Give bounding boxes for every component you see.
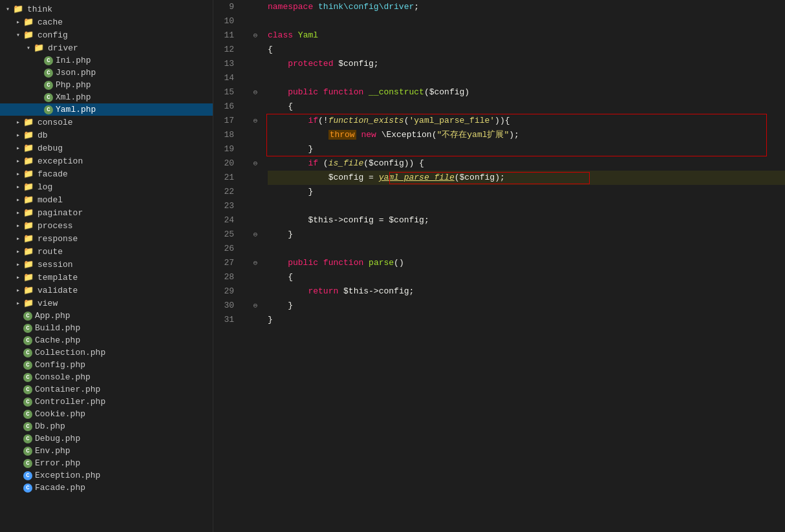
tree-item-paginator[interactable]: 📁 paginator	[0, 206, 213, 219]
tree-item-container-php[interactable]: C Container.php	[0, 383, 213, 396]
folder-icon-paginator: 📁	[23, 207, 35, 218]
code-line-28: {	[268, 270, 785, 284]
gm-17: ⊖	[246, 114, 265, 128]
ln-29: 29	[213, 284, 239, 299]
tree-item-db[interactable]: 📁 db	[0, 129, 213, 142]
tree-arrow-driver	[23, 44, 34, 52]
tree-item-validate[interactable]: 📁 validate	[0, 284, 213, 297]
tree-label-php-php: Php.php	[56, 80, 91, 90]
php-icon-db-php: C	[23, 422, 32, 431]
tree-label-json-php: Json.php	[56, 68, 96, 78]
php-icon-ini: C	[44, 56, 53, 65]
folder-icon-log: 📁	[23, 182, 35, 192]
folder-icon-validate: 📁	[23, 285, 35, 295]
ln-14: 14	[213, 71, 239, 85]
tree-item-console[interactable]: 📁 console	[0, 116, 213, 129]
tree-item-php-php[interactable]: C Php.php	[0, 79, 213, 91]
tree-item-think[interactable]: 📁 think	[0, 3, 213, 16]
tree-item-config-php[interactable]: C Config.php	[0, 359, 213, 371]
tree-label-think: think	[27, 5, 52, 14]
php-icon-controller: C	[23, 398, 32, 407]
code-line-30: }	[268, 299, 785, 313]
tree-label-facade: facade	[38, 169, 68, 179]
tree-item-cache-php[interactable]: C Cache.php	[0, 334, 213, 346]
tree-item-debug[interactable]: 📁 debug	[0, 142, 213, 154]
tree-item-xml-php[interactable]: C Xml.php	[0, 91, 213, 103]
ln-19: 19	[213, 142, 239, 156]
gm-18	[246, 128, 265, 142]
tree-item-config[interactable]: 📁 config	[0, 28, 213, 41]
tree-item-response[interactable]: 📁 response	[0, 232, 213, 245]
tree-arrow-think	[3, 5, 13, 13]
tree-item-model[interactable]: 📁 model	[0, 193, 213, 206]
tree-label-console-php: Console.php	[35, 372, 91, 382]
tree-item-controller-php[interactable]: C Controller.php	[0, 396, 213, 408]
gm-10	[246, 14, 265, 28]
code-line-23	[268, 199, 785, 213]
ln-20: 20	[213, 156, 239, 171]
ln-26: 26	[213, 242, 239, 256]
ln-17: 17	[213, 114, 239, 128]
tree-item-ini-php[interactable]: C Ini.php	[0, 54, 213, 67]
tree-arrow-exception	[13, 157, 23, 165]
tree-item-process[interactable]: 📁 process	[0, 219, 213, 232]
tree-item-route[interactable]: 📁 route	[0, 245, 213, 258]
tree-arrow-cache	[13, 18, 23, 26]
tree-item-template[interactable]: 📁 template	[0, 271, 213, 284]
tree-item-console-php[interactable]: C Console.php	[0, 371, 213, 383]
tree-item-build-php[interactable]: C Build.php	[0, 322, 213, 334]
tree-item-json-php[interactable]: C Json.php	[0, 67, 213, 79]
file-tree[interactable]: 📁 think 📁 cache 📁 config 📁 driver C Ini.…	[0, 0, 213, 532]
tree-label-debug: debug	[38, 144, 63, 153]
tree-item-db-php[interactable]: C Db.php	[0, 420, 213, 432]
tree-item-log[interactable]: 📁 log	[0, 180, 213, 193]
tree-item-app-php[interactable]: C App.php	[0, 310, 213, 322]
tree-item-view[interactable]: 📁 view	[0, 297, 213, 310]
tree-item-facade-php[interactable]: C Facade.php	[0, 482, 213, 494]
tree-arrow-paginator	[13, 209, 23, 217]
code-line-10	[268, 14, 785, 28]
code-container: 9 10 11 12 13 14 15 16 17 18 19 20 21 22…	[213, 0, 785, 532]
tree-item-error-php[interactable]: C Error.php	[0, 457, 213, 469]
gm-12	[246, 43, 265, 57]
tree-item-facade[interactable]: 📁 facade	[0, 167, 213, 180]
gm-27: ⊖	[246, 256, 265, 270]
folder-icon-think: 📁	[13, 4, 25, 14]
folder-icon-session: 📁	[23, 259, 35, 270]
php-icon-error: C	[23, 459, 32, 468]
ln-21: 21	[213, 171, 239, 185]
tree-arrow-template	[13, 273, 23, 281]
tree-item-debug-php[interactable]: C Debug.php	[0, 432, 213, 445]
folder-icon-template: 📁	[23, 272, 35, 282]
folder-icon-view: 📁	[23, 298, 35, 308]
tree-item-driver[interactable]: 📁 driver	[0, 41, 213, 54]
ln-23: 23	[213, 199, 239, 213]
tree-item-exception-php[interactable]: C Exception.php	[0, 469, 213, 482]
tree-label-collection-php: Collection.php	[35, 348, 105, 357]
tree-label-controller-php: Controller.php	[35, 397, 105, 407]
folder-icon-model: 📁	[23, 195, 35, 205]
tree-label-cache: cache	[38, 17, 63, 27]
code-line-25: }	[268, 228, 785, 242]
tree-label-env-php: Env.php	[35, 446, 70, 456]
code-line-18: throw new \Exception("不存在yaml扩展");	[268, 128, 785, 142]
ln-31: 31	[213, 313, 239, 327]
gm-15: ⊖	[246, 85, 265, 100]
tree-item-cache[interactable]: 📁 cache	[0, 16, 213, 28]
tree-label-exception: exception	[38, 156, 83, 166]
code-line-14	[268, 71, 785, 85]
tree-item-collection-php[interactable]: C Collection.php	[0, 346, 213, 359]
tree-item-env-php[interactable]: C Env.php	[0, 445, 213, 457]
tree-item-session[interactable]: 📁 session	[0, 258, 213, 271]
tree-item-exception[interactable]: 📁 exception	[0, 154, 213, 167]
code-line-31: }	[268, 313, 785, 327]
gutter: ⊖ ⊖ ⊖ ⊖ ⊖ ⊖ ⊖	[246, 0, 265, 532]
code-line-13: protected $config;	[268, 57, 785, 71]
code-line-26	[268, 242, 785, 256]
tree-arrow-session	[13, 261, 23, 268]
ln-12: 12	[213, 43, 239, 57]
gm-14	[246, 71, 265, 85]
tree-label-validate: validate	[38, 286, 78, 295]
tree-item-yaml-php[interactable]: C Yaml.php	[0, 103, 213, 116]
tree-item-cookie-php[interactable]: C Cookie.php	[0, 408, 213, 420]
